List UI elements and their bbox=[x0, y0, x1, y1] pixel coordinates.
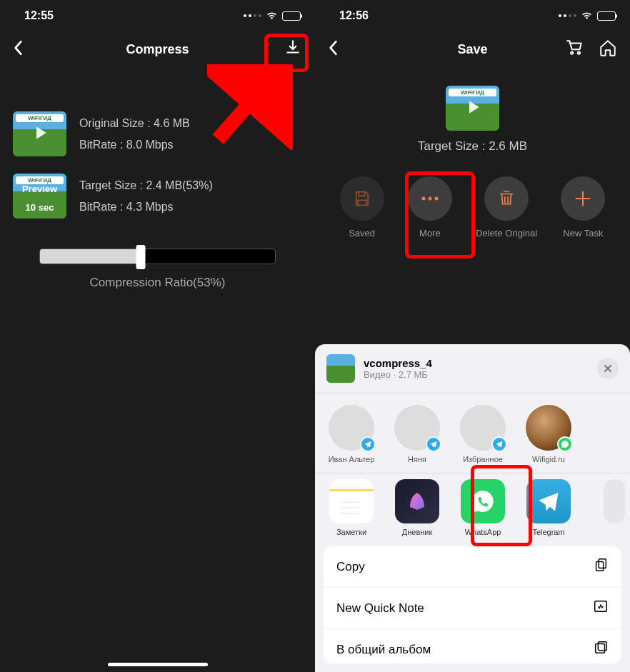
contact-item[interactable]: Wifigid.ru bbox=[522, 405, 575, 464]
copy-action[interactable]: Copy bbox=[324, 546, 621, 587]
share-sheet: vcompress_4 Видео · 2,7 МБ Иван Альтер Н… bbox=[315, 344, 630, 672]
svg-point-1 bbox=[421, 197, 425, 201]
status-indicators bbox=[559, 11, 616, 21]
telegram-badge-icon bbox=[491, 436, 507, 452]
app-name: WhatsApp bbox=[465, 528, 501, 536]
journal-app-icon bbox=[395, 479, 439, 523]
download-button[interactable] bbox=[284, 39, 302, 60]
status-bar: 12:56 bbox=[315, 0, 630, 31]
apps-row: Заметки Дневник WhatsApp Telegram bbox=[315, 473, 630, 546]
contact-item[interactable]: Избранное bbox=[456, 405, 509, 464]
result-thumbnail[interactable]: WIFIГИД bbox=[446, 86, 499, 131]
app-item-notes[interactable]: Заметки bbox=[325, 479, 378, 536]
contact-item[interactable]: Иван Альтер bbox=[325, 405, 378, 464]
app-item-whatsapp[interactable]: WhatsApp bbox=[456, 479, 509, 536]
contact-name: Wifigid.ru bbox=[532, 455, 565, 464]
action-row: Saved More Delete Original New Task bbox=[315, 154, 630, 239]
original-bitrate-label: BitRate : 8.0 Mbps bbox=[79, 139, 190, 151]
svg-point-2 bbox=[428, 197, 431, 201]
app-item-more[interactable] bbox=[588, 479, 630, 536]
notes-app-icon bbox=[329, 479, 374, 523]
slider-thumb[interactable] bbox=[136, 245, 146, 269]
status-bar: 12:55 bbox=[0, 0, 315, 31]
svg-rect-7 bbox=[596, 561, 604, 571]
page-title: Compress bbox=[126, 42, 189, 57]
target-size-label: Target Size : 2.6 MB bbox=[418, 139, 527, 154]
status-indicators bbox=[244, 11, 301, 21]
target-info-row: WIFIГИД Preview 10 sec Target Size : 2.4… bbox=[0, 165, 315, 227]
contact-name: Иван Альтер bbox=[329, 455, 375, 464]
share-file-name: vcompress_4 bbox=[364, 357, 432, 369]
copy-icon bbox=[593, 557, 609, 576]
annotation-arrow bbox=[207, 64, 293, 150]
share-action-list: Copy New Quick Note В общий альбом bbox=[315, 546, 630, 672]
wifi-icon bbox=[266, 11, 278, 20]
thumb-brand: WIFIГИД bbox=[449, 89, 496, 96]
quick-note-icon bbox=[593, 598, 609, 618]
home-button[interactable] bbox=[599, 39, 617, 60]
shared-album-label: В общий альбом bbox=[336, 643, 431, 657]
preview-label: Preview bbox=[13, 184, 66, 194]
battery-icon bbox=[597, 11, 616, 21]
more-label: More bbox=[419, 228, 441, 239]
contact-name: Избранное bbox=[463, 455, 503, 464]
delete-label: Delete Original bbox=[476, 228, 537, 239]
back-button[interactable] bbox=[328, 40, 338, 59]
whatsapp-badge-icon bbox=[557, 436, 573, 452]
play-icon bbox=[29, 122, 51, 146]
svg-line-0 bbox=[218, 77, 273, 139]
more-action[interactable]: More bbox=[408, 176, 452, 239]
original-thumbnail[interactable]: WIFIГИД bbox=[13, 111, 66, 156]
preview-time: 10 sec bbox=[13, 202, 66, 213]
app-item-telegram[interactable]: Telegram bbox=[522, 479, 575, 536]
back-button[interactable] bbox=[13, 40, 23, 59]
saved-label: Saved bbox=[349, 228, 375, 239]
app-item-journal[interactable]: Дневник bbox=[391, 479, 444, 536]
signal-icon bbox=[559, 14, 576, 17]
svg-rect-11 bbox=[598, 642, 606, 651]
compression-ratio-label: Compression Ratio(53%) bbox=[39, 276, 276, 290]
app-name: Дневник bbox=[402, 528, 433, 536]
new-task-action[interactable]: New Task bbox=[561, 176, 605, 239]
save-icon bbox=[352, 189, 372, 209]
svg-rect-8 bbox=[599, 559, 606, 568]
close-button[interactable] bbox=[597, 358, 619, 379]
share-file-meta: Видео · 2,7 МБ bbox=[364, 369, 432, 380]
signal-icon bbox=[244, 14, 261, 17]
svg-rect-10 bbox=[596, 644, 605, 653]
whatsapp-app-icon bbox=[461, 479, 505, 523]
close-icon bbox=[604, 364, 612, 373]
play-icon bbox=[462, 96, 484, 121]
left-screen: 12:55 Compress WIFIГИД Original Size : 4… bbox=[0, 0, 315, 672]
compression-slider-wrap: Compression Ratio(53%) bbox=[0, 227, 315, 297]
home-indicator[interactable] bbox=[108, 663, 208, 666]
telegram-badge-icon bbox=[360, 436, 376, 452]
more-icon bbox=[420, 196, 440, 201]
saved-action[interactable]: Saved bbox=[340, 176, 384, 239]
svg-rect-9 bbox=[595, 601, 607, 612]
app-name: Заметки bbox=[336, 528, 366, 536]
partial-app-icon bbox=[604, 479, 625, 523]
telegram-badge-icon bbox=[426, 436, 441, 452]
shared-album-icon bbox=[593, 640, 609, 659]
result-preview: WIFIГИД Target Size : 2.6 MB bbox=[315, 67, 630, 154]
trash-icon bbox=[497, 189, 516, 209]
contacts-row: Иван Альтер Няня Избранное Wifigid.ru bbox=[315, 393, 630, 473]
shared-album-action[interactable]: В общий альбом bbox=[324, 628, 621, 663]
delete-action[interactable]: Delete Original bbox=[476, 176, 537, 239]
quick-note-action[interactable]: New Quick Note bbox=[324, 587, 621, 628]
share-header: vcompress_4 Видео · 2,7 МБ bbox=[315, 344, 630, 393]
right-screen: 12:56 Save WIFIГИД Target Size : 2.6 MB … bbox=[315, 0, 630, 672]
quick-note-label: New Quick Note bbox=[336, 601, 424, 616]
telegram-app-icon bbox=[526, 479, 571, 523]
compression-slider[interactable] bbox=[39, 249, 276, 264]
wifi-icon bbox=[581, 11, 593, 20]
cart-button[interactable] bbox=[566, 39, 584, 60]
plus-icon bbox=[573, 189, 593, 209]
share-thumbnail bbox=[326, 354, 355, 383]
contact-item[interactable]: Няня bbox=[391, 405, 444, 464]
contact-name: Няня bbox=[408, 455, 426, 464]
target-bitrate-label: BitRate : 4.3 Mbps bbox=[79, 201, 213, 214]
svg-point-3 bbox=[434, 197, 438, 201]
preview-thumbnail[interactable]: WIFIГИД Preview 10 sec bbox=[13, 174, 66, 219]
